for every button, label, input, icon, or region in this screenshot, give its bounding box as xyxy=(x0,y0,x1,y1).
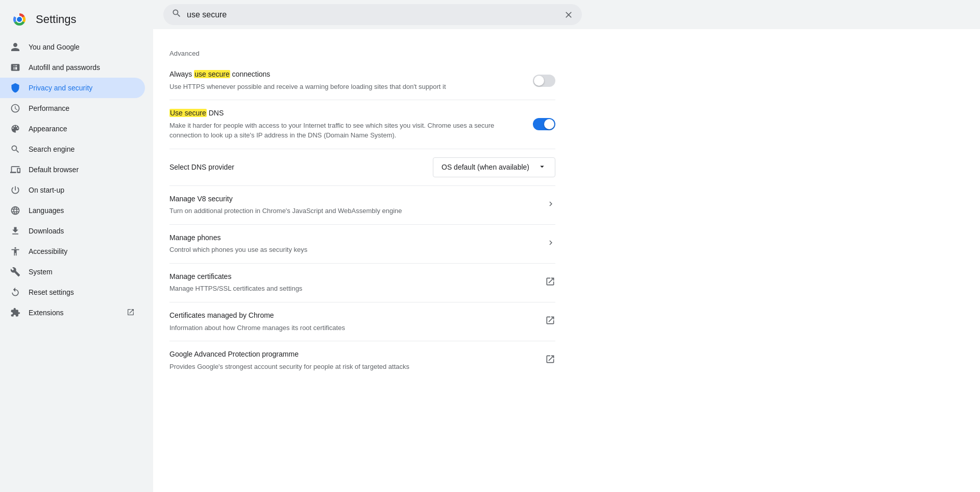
dns-provider-row: Select DNS provider OS default (when ava… xyxy=(169,149,555,186)
sidebar-label-performance: Performance xyxy=(29,104,69,112)
main: Advanced Always use secure connections U… xyxy=(153,0,980,492)
title-after-1: connections xyxy=(230,70,271,78)
sidebar-label-privacy: Privacy and security xyxy=(29,84,92,92)
highlight-use-secure-2: Use secure xyxy=(169,109,207,117)
svg-point-2 xyxy=(17,17,22,22)
sidebar-label-accessibility: Accessibility xyxy=(29,247,67,255)
search-clear-button[interactable] xyxy=(564,10,574,20)
shield-icon xyxy=(10,83,20,93)
search-icon xyxy=(10,144,20,154)
setting-desc-manage-certs: Manage HTTPS/SSL certificates and settin… xyxy=(169,284,537,294)
globe-icon xyxy=(10,205,20,216)
sidebar-item-downloads[interactable]: Downloads xyxy=(0,221,145,241)
sidebar-label-downloads: Downloads xyxy=(29,227,64,235)
sidebar-item-system[interactable]: System xyxy=(0,262,145,282)
person-icon xyxy=(10,42,20,52)
sidebar-label-search: Search engine xyxy=(29,145,75,153)
setting-info-manage-certs: Manage certificates Manage HTTPS/SSL cer… xyxy=(169,272,537,294)
wrench-icon xyxy=(10,267,20,277)
setting-row-secure-dns[interactable]: Use secure DNS Make it harder for people… xyxy=(169,100,555,149)
sidebar-label-autofill: Autofill and passwords xyxy=(29,63,100,72)
setting-row-always-secure[interactable]: Always use secure connections Use HTTPS … xyxy=(169,61,555,100)
setting-row-manage-phones[interactable]: Manage phones Control which phones you u… xyxy=(169,225,555,264)
setting-row-manage-v8[interactable]: Manage V8 security Turn on additional pr… xyxy=(169,186,555,225)
sidebar-label-appearance: Appearance xyxy=(29,125,67,133)
section-title-advanced: Advanced xyxy=(169,41,555,61)
chevron-down-icon xyxy=(537,162,547,173)
chevron-right-icon xyxy=(546,199,555,211)
toggle-always-secure[interactable] xyxy=(533,75,555,87)
setting-row-adv-protection[interactable]: Google Advanced Protection programme Pro… xyxy=(169,341,555,380)
extensions-icon xyxy=(10,308,20,318)
setting-row-manage-certs[interactable]: Manage certificates Manage HTTPS/SSL cer… xyxy=(169,264,555,302)
setting-title-manage-certs: Manage certificates xyxy=(169,272,537,282)
dns-provider-label: Select DNS provider xyxy=(169,163,234,171)
toggle-slider-always-secure[interactable] xyxy=(533,75,555,87)
external-link-icon-certs-chrome xyxy=(545,315,555,328)
browser-icon xyxy=(10,165,20,175)
search-input[interactable] xyxy=(187,10,558,19)
setting-title-manage-phones: Manage phones xyxy=(169,233,538,243)
setting-row-certs-chrome[interactable]: Certificates managed by Chrome Informati… xyxy=(169,302,555,341)
sidebar-item-appearance[interactable]: Appearance xyxy=(0,119,145,139)
chrome-logo-icon xyxy=(10,10,29,29)
search-icon xyxy=(172,8,182,21)
sidebar-item-you-google[interactable]: You and Google xyxy=(0,37,145,57)
sidebar-item-languages[interactable]: Languages xyxy=(0,200,145,221)
power-icon xyxy=(10,185,20,195)
sidebar-label-extensions: Extensions xyxy=(29,309,63,317)
setting-info-always-secure: Always use secure connections Use HTTPS … xyxy=(169,69,525,91)
setting-desc-manage-phones: Control which phones you use as security… xyxy=(169,245,538,255)
sidebar-label-reset: Reset settings xyxy=(29,288,74,296)
title-before-1: Always xyxy=(169,70,194,78)
setting-desc-certs-chrome: Information about how Chrome manages its… xyxy=(169,323,537,333)
sidebar-label-default-browser: Default browser xyxy=(29,166,79,174)
setting-desc-secure-dns: Make it harder for people with access to… xyxy=(169,121,525,140)
palette-icon xyxy=(10,124,20,134)
setting-title-manage-v8: Manage V8 security xyxy=(169,194,538,204)
setting-info-manage-phones: Manage phones Control which phones you u… xyxy=(169,233,538,255)
dns-provider-select[interactable]: OS default (when available) xyxy=(433,157,555,177)
dns-provider-value: OS default (when available) xyxy=(442,163,529,171)
toggle-secure-dns[interactable] xyxy=(533,118,555,130)
sidebar: Settings You and Google Autofill and pas… xyxy=(0,0,153,492)
toggle-slider-secure-dns[interactable] xyxy=(533,118,555,130)
sidebar-item-reset[interactable]: Reset settings xyxy=(0,282,145,302)
sidebar-item-privacy[interactable]: Privacy and security xyxy=(0,78,145,98)
setting-desc-manage-v8: Turn on additional protection in Chrome'… xyxy=(169,206,538,216)
title-after-2: DNS xyxy=(207,109,224,117)
sidebar-item-performance[interactable]: Performance xyxy=(0,98,145,119)
setting-desc-adv-protection: Provides Google's strongest account secu… xyxy=(169,362,537,372)
sidebar-item-on-startup[interactable]: On start-up xyxy=(0,180,145,200)
sidebar-label-startup: On start-up xyxy=(29,186,64,194)
sidebar-item-search-engine[interactable]: Search engine xyxy=(0,139,145,159)
autofill-icon xyxy=(10,62,20,73)
external-link-icon-adv-protection xyxy=(545,354,555,367)
external-link-icon xyxy=(127,308,135,318)
app-title: Settings xyxy=(36,13,77,26)
sidebar-label-you-google: You and Google xyxy=(29,43,80,51)
sidebar-item-accessibility[interactable]: Accessibility xyxy=(0,241,145,262)
sidebar-item-autofill[interactable]: Autofill and passwords xyxy=(0,57,145,78)
setting-info-manage-v8: Manage V8 security Turn on additional pr… xyxy=(169,194,538,216)
setting-desc-always-secure: Use HTTPS whenever possible and receive … xyxy=(169,82,525,92)
content-area: Advanced Always use secure connections U… xyxy=(153,29,980,492)
external-link-icon-certs xyxy=(545,276,555,289)
search-bar-container xyxy=(153,0,980,29)
gauge-icon xyxy=(10,103,20,113)
setting-title-secure-dns: Use secure DNS xyxy=(169,108,525,119)
setting-info-secure-dns: Use secure DNS Make it harder for people… xyxy=(169,108,525,140)
sidebar-nav: You and Google Autofill and passwords Pr… xyxy=(0,37,153,323)
content-inner: Advanced Always use secure connections U… xyxy=(153,29,572,392)
setting-title-always-secure: Always use secure connections xyxy=(169,69,525,80)
setting-info-adv-protection: Google Advanced Protection programme Pro… xyxy=(169,349,537,371)
sidebar-item-extensions[interactable]: Extensions xyxy=(0,302,145,323)
reset-icon xyxy=(10,287,20,297)
download-icon xyxy=(10,226,20,236)
setting-title-adv-protection: Google Advanced Protection programme xyxy=(169,349,537,360)
sidebar-item-default-browser[interactable]: Default browser xyxy=(0,159,145,180)
highlight-use-secure-1: use secure xyxy=(194,70,230,78)
search-box xyxy=(163,4,582,25)
sidebar-header: Settings xyxy=(0,5,153,37)
setting-info-certs-chrome: Certificates managed by Chrome Informati… xyxy=(169,311,537,333)
